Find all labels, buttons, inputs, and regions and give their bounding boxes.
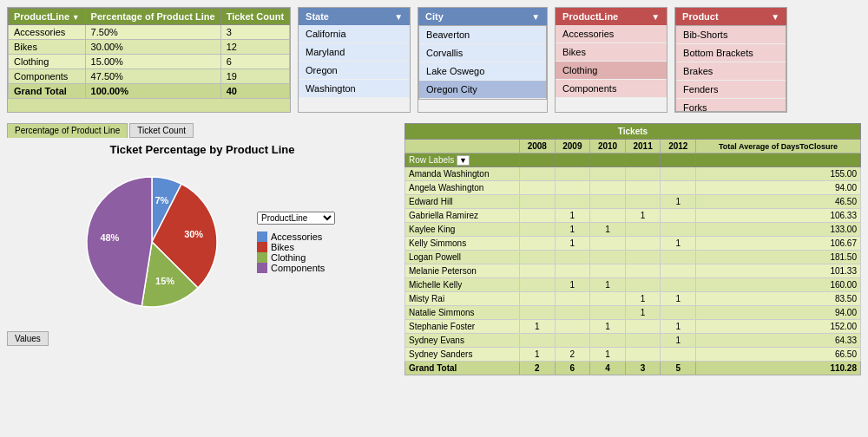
table-row: Kelly Simmons11106.67 [405, 237, 861, 251]
product-funnel-icon[interactable]: ▼ [771, 12, 779, 22]
row-name-cell: Natalie Simmons [405, 306, 520, 320]
list-item[interactable]: Oregon [299, 62, 410, 80]
row-year-cell: 1 [625, 306, 661, 320]
table-row: Stephanie Foster111152.00 [405, 320, 861, 334]
legend-label: Components [271, 263, 325, 273]
col-header-count: Ticket Count [220, 9, 289, 25]
list-item[interactable]: Corvallis [419, 44, 546, 62]
row-year-cell [519, 237, 555, 251]
sub-header-cell [555, 153, 590, 167]
row-year-cell [590, 167, 626, 181]
row-year-cell: 3 [625, 362, 661, 375]
list-item[interactable]: Accessories [556, 25, 667, 43]
city-funnel-icon[interactable]: ▼ [531, 12, 540, 22]
tickets-table: Tickets20082009201020112012Total Average… [404, 123, 861, 375]
svg-text:15%: 15% [155, 276, 174, 286]
row-year-cell [661, 223, 696, 237]
row-labels-header[interactable]: Row Labels ▼ [405, 153, 520, 167]
row-name-cell: Misty Rai [405, 292, 520, 306]
row-year-cell [625, 348, 661, 362]
row-year-cell: 1 [590, 223, 626, 237]
state-filter-header: State ▼ [299, 8, 410, 25]
pl-count: 12 [220, 40, 289, 55]
row-total-cell: 101.33 [696, 264, 861, 278]
row-total-cell: 94.00 [696, 306, 861, 320]
pl-name: Components [9, 69, 86, 84]
row-year-cell: 1 [661, 237, 696, 251]
row-year-cell: 1 [661, 334, 696, 348]
table-row: Grand Total100.00%40 [9, 84, 290, 99]
list-item[interactable]: Clothing [556, 62, 667, 80]
productline-filter-title: ProductLine [562, 11, 618, 22]
state-filter: State ▼ CaliforniaMarylandOregonWashingt… [298, 7, 411, 113]
chart-area: Percentage of Product Line Ticket Count … [7, 123, 398, 375]
row-year-cell [519, 195, 555, 209]
productline-filter: ProductLine ▼ AccessoriesBikesClothingCo… [555, 7, 667, 113]
list-item[interactable]: Washington [299, 80, 410, 98]
pl-pct: 7.50% [85, 25, 220, 40]
list-item[interactable]: Forks [676, 99, 786, 112]
table-row: Sydney Evans164.33 [405, 334, 861, 348]
row-year-cell [661, 209, 696, 223]
list-item[interactable]: Bottom Brackets [676, 44, 786, 62]
row-year-cell [555, 167, 590, 181]
tab-pct[interactable]: Percentage of Product Line [7, 123, 128, 138]
row-year-cell [661, 306, 696, 320]
list-item[interactable]: Bib-Shorts [676, 26, 786, 44]
row-year-cell [590, 195, 626, 209]
pie-chart: 7%30%15%48% [69, 160, 243, 324]
row-year-cell [590, 181, 626, 195]
list-item[interactable]: Bikes [556, 43, 667, 62]
row-year-cell: 1 [590, 278, 626, 292]
row-year-cell [625, 237, 661, 251]
list-item[interactable]: Lake Oswego [419, 62, 546, 81]
list-item[interactable]: Components [556, 80, 667, 98]
row-year-cell [625, 181, 661, 195]
year-header-cell: Total Average of DaysToClosure [696, 140, 861, 153]
state-funnel-icon[interactable]: ▼ [394, 12, 403, 22]
list-item[interactable]: Beaverton [419, 26, 546, 44]
list-item[interactable]: Fenders [676, 81, 786, 99]
table-row: Kaylee King11133.00 [405, 223, 861, 237]
col-header-productline[interactable]: ProductLine [9, 9, 86, 25]
productline-select[interactable]: ProductLine [257, 212, 335, 225]
row-year-cell: 1 [661, 320, 696, 334]
row-year-cell [661, 278, 696, 292]
row-total-cell: 152.00 [696, 320, 861, 334]
tickets-sub-header: Row Labels ▼ [405, 153, 861, 167]
legend-item: Bikes [257, 242, 335, 252]
list-item[interactable]: California [299, 25, 410, 43]
table-row: Amanda Washington155.00 [405, 167, 861, 181]
productline-funnel-icon[interactable]: ▼ [651, 12, 660, 22]
tab-count[interactable]: Ticket Count [129, 123, 194, 138]
table-row: Michelle Kelly11160.00 [405, 278, 861, 292]
city-filter-title: City [425, 11, 444, 22]
row-year-cell [661, 181, 696, 195]
values-button[interactable]: Values [7, 331, 49, 346]
list-item[interactable]: Brakes [676, 62, 786, 81]
row-year-cell [555, 292, 590, 306]
row-year-cell [555, 181, 590, 195]
legend-label: Clothing [271, 252, 306, 263]
tickets-main-header: Tickets [405, 124, 861, 140]
col-header-pct: Percentage of Product Line [85, 9, 220, 25]
row-year-cell [590, 251, 626, 264]
pl-pct: 15.00% [85, 55, 220, 69]
list-item[interactable]: Maryland [299, 43, 410, 62]
row-year-cell: 1 [661, 292, 696, 306]
row-year-cell [519, 167, 555, 181]
row-year-cell [519, 264, 555, 278]
year-header-cell: 2011 [625, 140, 661, 153]
row-year-cell [625, 334, 661, 348]
product-filter-title: Product [682, 11, 719, 22]
row-year-cell [661, 167, 696, 181]
table-row: Bikes30.00%12 [9, 40, 290, 55]
svg-text:30%: 30% [184, 229, 203, 239]
row-year-cell [625, 264, 661, 278]
row-labels-dropdown[interactable]: ▼ [457, 155, 470, 166]
row-year-cell [590, 306, 626, 320]
row-year-cell: 1 [555, 223, 590, 237]
row-year-cell [590, 292, 626, 306]
list-item[interactable]: Oregon City [419, 81, 546, 99]
row-total-cell: 66.50 [696, 348, 861, 362]
